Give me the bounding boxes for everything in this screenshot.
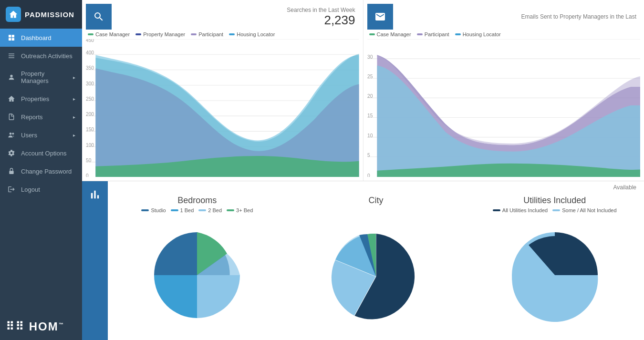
sidebar-item-dashboard[interactable]: Dashboard (0, 29, 82, 47)
legend-label-cm: Case Manager (95, 31, 130, 37)
legend-all-util: All Utilities Included (493, 207, 548, 213)
emails-chart-header: Emails Sent to Property Managers in the … (364, 0, 644, 30)
legend-label-all-util: All Utilities Included (502, 207, 548, 213)
svg-rect-4 (9, 53, 14, 54)
sidebar-header: PADMISSION (0, 0, 82, 29)
svg-text:30: 30 (367, 54, 373, 60)
searches-chart-area: 0 50 100 150 200 250 300 350 400 450 (82, 39, 363, 181)
legend-dot-part-e (417, 33, 423, 35)
sidebar-item-properties[interactable]: Properties ▸ (0, 90, 82, 108)
svg-rect-6 (9, 57, 14, 58)
legend-part-email: Participant (417, 31, 449, 37)
searches-legend: Case Manager Property Manager Participan… (82, 30, 363, 39)
file-icon (7, 113, 16, 121)
svg-text:250: 250 (86, 96, 94, 102)
svg-text:5: 5 (367, 152, 370, 157)
sidebar-item-dashboard-label: Dashboard (21, 34, 75, 41)
legend-dot-some-util (552, 209, 560, 211)
svg-rect-1 (12, 35, 14, 37)
emails-subtitle: Emails Sent to Property Managers in the … (399, 13, 644, 20)
legend-dot-pm (135, 33, 141, 35)
svg-text:350: 350 (86, 65, 94, 71)
sidebar-item-property-managers[interactable]: Property Managers ▸ (0, 65, 82, 90)
legend-label-cm-e: Case Manager (377, 31, 411, 37)
svg-text:20: 20 (367, 93, 373, 99)
chevron-right-icon3: ▸ (73, 114, 75, 120)
legend-label-1bed: 1 Bed (180, 207, 194, 213)
legend-dot-all-util (493, 209, 500, 211)
legend-studio: Studio (141, 207, 166, 213)
emails-chart-area: 0 5 10 15 20 25 30 Apr 28 (364, 39, 644, 181)
legend-label-some-util: Some / All Not Included (562, 207, 616, 213)
legend-dot-3bed (227, 209, 234, 211)
sidebar-item-pm-label: Property Managers (21, 70, 73, 84)
svg-text:25: 25 (367, 73, 373, 79)
charts-top-row: Searches in the Last Week 2,239 Case Man… (82, 0, 644, 181)
svg-point-8 (10, 133, 12, 135)
utilities-legend: All Utilities Included Some / All Not In… (493, 207, 617, 213)
sidebar-item-account-options[interactable]: Account Options (0, 144, 82, 162)
search-icon-box (86, 4, 112, 30)
legend-label-part-e: Participant (425, 31, 449, 37)
legend-cm-email: Case Manager (369, 31, 411, 37)
sidebar-footer: ⠿⠿ HOM™ (0, 313, 82, 340)
searches-svg: 0 50 100 150 200 250 300 350 400 450 (86, 39, 359, 177)
legend-dot-cm-e (369, 33, 375, 35)
sidebar: PADMISSION Dashboard Outreach Activities… (0, 0, 82, 340)
bar-chart-icon-box (82, 181, 108, 340)
main-content: Searches in the Last Week 2,239 Case Man… (82, 0, 644, 340)
city-section: City (287, 196, 466, 335)
sidebar-item-logout[interactable]: Logout (0, 180, 82, 198)
legend-1bed: 1 Bed (171, 207, 194, 213)
legend-label-part: Participant (198, 31, 223, 37)
searches-chart-header: Searches in the Last Week 2,239 (82, 0, 363, 30)
sidebar-item-account-label: Account Options (21, 150, 75, 157)
svg-text:10: 10 (367, 132, 373, 138)
legend-dot-studio (141, 209, 149, 211)
searches-value: 2,239 (117, 13, 363, 27)
lock-icon (7, 167, 16, 175)
legend-label-3bed: 3+ Bed (236, 207, 253, 213)
utilities-pie-svg (507, 227, 602, 323)
legend-dot-2bed (198, 209, 206, 211)
users-icon (7, 131, 16, 139)
emails-meta: Emails Sent to Property Managers in the … (397, 0, 644, 30)
svg-rect-5 (9, 55, 14, 56)
svg-point-9 (12, 133, 14, 134)
svg-text:400: 400 (86, 50, 94, 55)
svg-text:15: 15 (367, 113, 373, 118)
legend-dot-hl (229, 33, 235, 35)
legend-2bed: 2 Bed (198, 207, 222, 213)
person-icon (7, 73, 16, 81)
sidebar-item-change-password[interactable]: Change Password (0, 162, 82, 180)
utilities-section: Utilities Included All Utilities Include… (465, 196, 644, 335)
legend-case-manager: Case Manager (88, 31, 130, 37)
city-pie (328, 218, 424, 335)
chevron-right-icon: ▸ (73, 75, 75, 80)
svg-text:100: 100 (86, 142, 94, 147)
emails-svg: 0 5 10 15 20 25 30 Apr 28 (367, 39, 641, 177)
legend-housing-locator: Housing Locator (229, 31, 275, 37)
hom-logo: ⠿⠿ HOM™ (6, 320, 76, 333)
list-icon (7, 52, 16, 60)
bedrooms-legend: Studio 1 Bed 2 Bed 3+ Bed (141, 207, 253, 213)
utilities-title: Utilities Included (523, 196, 586, 206)
legend-label-hl-e: Housing Locator (463, 31, 501, 37)
legend-dot-hl-e (455, 33, 461, 35)
chevron-right-icon2: ▸ (73, 96, 75, 102)
logout-icon (7, 185, 16, 193)
app-name: PADMISSION (25, 10, 74, 19)
sidebar-item-password-label: Change Password (21, 168, 75, 175)
searches-chart-panel: Searches in the Last Week 2,239 Case Man… (82, 0, 364, 181)
email-icon-box (367, 4, 393, 30)
bedrooms-pie (149, 215, 245, 335)
sidebar-item-reports-label: Reports (21, 113, 73, 121)
logo-icon (6, 7, 21, 22)
sidebar-item-outreach[interactable]: Outreach Activities (0, 47, 82, 65)
grid-icon (7, 34, 16, 41)
searches-meta: Searches in the Last Week 2,239 (115, 0, 363, 30)
legend-some-util: Some / All Not Included (552, 207, 616, 213)
sidebar-item-reports[interactable]: Reports ▸ (0, 108, 82, 126)
sidebar-item-users[interactable]: Users ▸ (0, 126, 82, 144)
city-title: City (369, 196, 384, 206)
